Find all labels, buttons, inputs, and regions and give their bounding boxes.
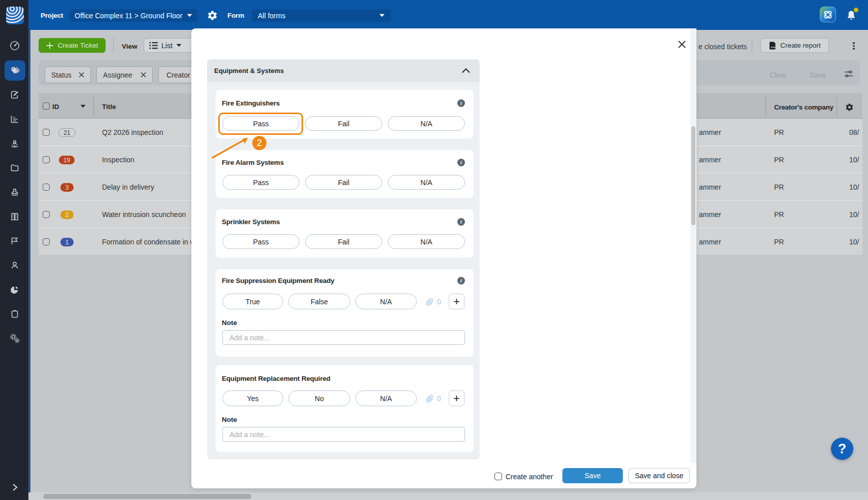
- svg-text:PDF: PDF: [771, 46, 776, 48]
